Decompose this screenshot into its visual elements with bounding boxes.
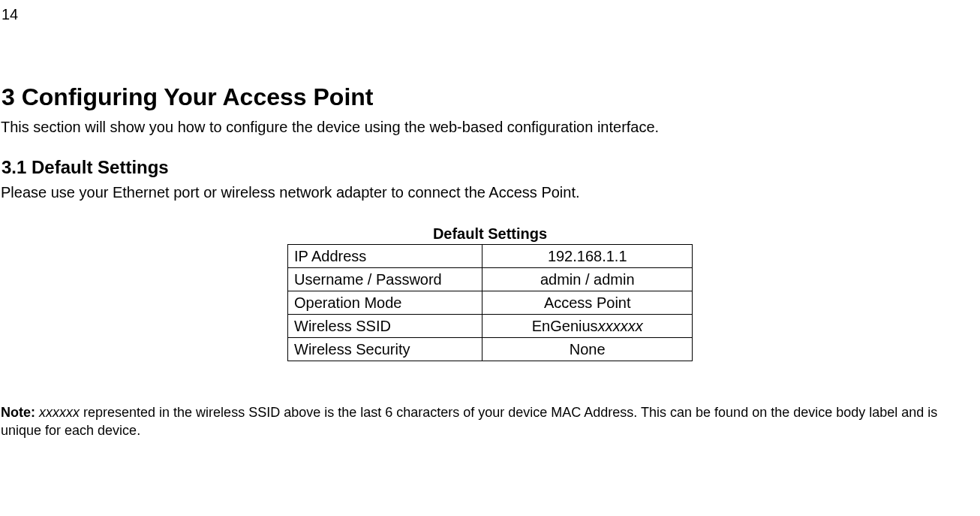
- table-row: Operation Mode Access Point: [288, 291, 693, 315]
- table-label: Wireless SSID: [288, 315, 482, 338]
- ssid-suffix: xxxxxx: [598, 318, 643, 334]
- table-value: 192.168.1.1: [482, 245, 693, 268]
- note-label: Note:: [1, 405, 35, 420]
- table-label: Username / Password: [288, 268, 482, 291]
- table-row: Wireless SSID EnGeniusxxxxxx: [288, 315, 693, 338]
- table-value: admin / admin: [482, 268, 693, 291]
- default-settings-table: IP Address 192.168.1.1 Username / Passwo…: [287, 244, 693, 361]
- ssid-prefix: EnGenius: [532, 318, 598, 334]
- table-row: Username / Password admin / admin: [288, 268, 693, 291]
- table-label: IP Address: [288, 245, 482, 268]
- subsection-heading: 3.1 Default Settings: [2, 157, 980, 178]
- section-heading: 3 Configuring Your Access Point: [2, 83, 980, 111]
- table-value-ssid: EnGeniusxxxxxx: [482, 315, 693, 338]
- intro-paragraph: This section will show you how to config…: [1, 119, 980, 136]
- note-text: represented in the wireless SSID above i…: [1, 405, 937, 438]
- table-label: Wireless Security: [288, 338, 482, 361]
- subsection-paragraph: Please use your Ethernet port or wireles…: [1, 184, 980, 201]
- table-row: Wireless Security None: [288, 338, 693, 361]
- table-title: Default Settings: [433, 225, 547, 243]
- note-variable: xxxxxx: [39, 405, 80, 420]
- table-value: Access Point: [482, 291, 693, 315]
- table-value: None: [482, 338, 693, 361]
- default-settings-table-container: Default Settings IP Address 192.168.1.1 …: [0, 225, 980, 361]
- table-label: Operation Mode: [288, 291, 482, 315]
- table-row: IP Address 192.168.1.1: [288, 245, 693, 268]
- note-paragraph: Note: xxxxxx represented in the wireless…: [1, 403, 980, 440]
- page-number: 14: [2, 6, 980, 23]
